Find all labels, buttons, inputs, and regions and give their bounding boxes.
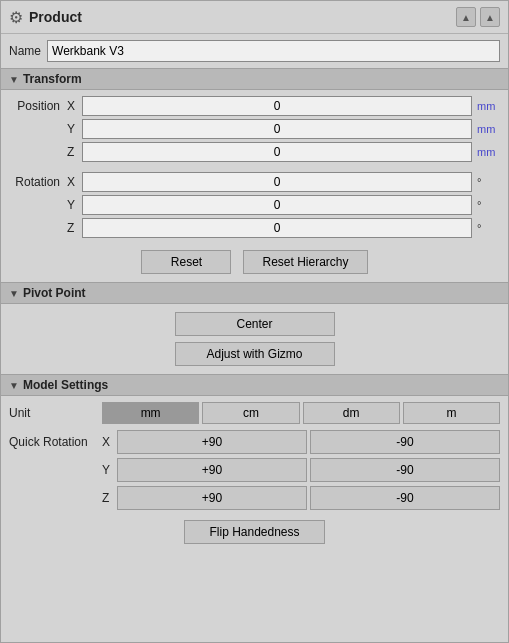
quick-rotation-z-axis: Z <box>102 491 114 505</box>
model-triangle: ▼ <box>9 380 19 391</box>
unit-row: Unit mm cm dm m <box>9 402 500 424</box>
pivot-label: Pivot Point <box>23 286 86 300</box>
header-arrows: ▲ ▲ <box>456 7 500 27</box>
quick-rotation-x-axis: X <box>102 435 114 449</box>
unit-btn-m[interactable]: m <box>403 402 500 424</box>
panel-header-left: ⚙ Product <box>9 8 82 27</box>
pivot-triangle: ▼ <box>9 288 19 299</box>
quick-rotation-y-row: Y +90 -90 <box>9 458 500 482</box>
reset-button[interactable]: Reset <box>141 250 231 274</box>
pivot-buttons: Center Adjust with Gizmo <box>1 304 508 374</box>
unit-btn-dm[interactable]: dm <box>303 402 400 424</box>
rotation-x-unit: ° <box>475 176 500 188</box>
pivot-section-header: ▼ Pivot Point <box>1 282 508 304</box>
rotation-z-axis: Z <box>67 221 79 235</box>
main-panel: ⚙ Product ▲ ▲ Name ▼ Transform Position … <box>0 0 509 643</box>
model-section-header: ▼ Model Settings <box>1 374 508 396</box>
unit-btn-mm[interactable]: mm <box>102 402 199 424</box>
transform-grid: Position X mm Y mm Z mm Rotation X ° Y °… <box>1 90 508 244</box>
qr-x-plus[interactable]: +90 <box>117 430 307 454</box>
qr-y-minus[interactable]: -90 <box>310 458 500 482</box>
qr-x-minus[interactable]: -90 <box>310 430 500 454</box>
quick-rotation-z-row: Z +90 -90 <box>9 486 500 510</box>
rotation-y-axis: Y <box>67 198 79 212</box>
model-label: Model Settings <box>23 378 108 392</box>
position-y-unit: mm <box>475 123 500 135</box>
position-z-input[interactable] <box>82 142 472 162</box>
position-z-axis: Z <box>67 145 79 159</box>
name-label: Name <box>9 44 41 58</box>
transform-label: Transform <box>23 72 82 86</box>
rotation-z-unit: ° <box>475 222 500 234</box>
rotation-y-input[interactable] <box>82 195 472 215</box>
position-y-axis: Y <box>67 122 79 136</box>
unit-btn-cm[interactable]: cm <box>202 402 299 424</box>
transform-buttons-row: Reset Reset Hierarchy <box>1 244 508 282</box>
quick-rotation-label: Quick Rotation <box>9 435 99 449</box>
rotation-x-axis: X <box>67 175 79 189</box>
qr-z-minus[interactable]: -90 <box>310 486 500 510</box>
position-x-unit: mm <box>475 100 500 112</box>
transform-triangle: ▼ <box>9 74 19 85</box>
model-settings-content: Unit mm cm dm m Quick Rotation X +90 -90… <box>1 396 508 558</box>
rotation-label: Rotation <box>9 175 64 189</box>
position-x-axis: X <box>67 99 79 113</box>
rotation-z-input[interactable] <box>82 218 472 238</box>
name-input[interactable] <box>47 40 500 62</box>
position-z-unit: mm <box>475 146 500 158</box>
unit-row-label: Unit <box>9 406 99 420</box>
up-button[interactable]: ▲ <box>456 7 476 27</box>
flip-row: Flip Handedness <box>9 514 500 552</box>
qr-z-plus[interactable]: +90 <box>117 486 307 510</box>
panel-title: Product <box>29 9 82 25</box>
rotation-x-input[interactable] <box>82 172 472 192</box>
center-button[interactable]: Center <box>175 312 335 336</box>
rotation-y-unit: ° <box>475 199 500 211</box>
position-x-input[interactable] <box>82 96 472 116</box>
quick-rotation-y-axis: Y <box>102 463 114 477</box>
adjust-gizmo-button[interactable]: Adjust with Gizmo <box>175 342 335 366</box>
reset-hierarchy-button[interactable]: Reset Hierarchy <box>243 250 367 274</box>
panel-header: ⚙ Product ▲ ▲ <box>1 1 508 34</box>
product-icon: ⚙ <box>9 8 23 27</box>
qr-y-plus[interactable]: +90 <box>117 458 307 482</box>
flip-handedness-button[interactable]: Flip Handedness <box>184 520 324 544</box>
name-row: Name <box>1 34 508 68</box>
position-y-input[interactable] <box>82 119 472 139</box>
transform-section-header: ▼ Transform <box>1 68 508 90</box>
quick-rotation-x-row: Quick Rotation X +90 -90 <box>9 430 500 454</box>
right-button[interactable]: ▲ <box>480 7 500 27</box>
position-label: Position <box>9 99 64 113</box>
